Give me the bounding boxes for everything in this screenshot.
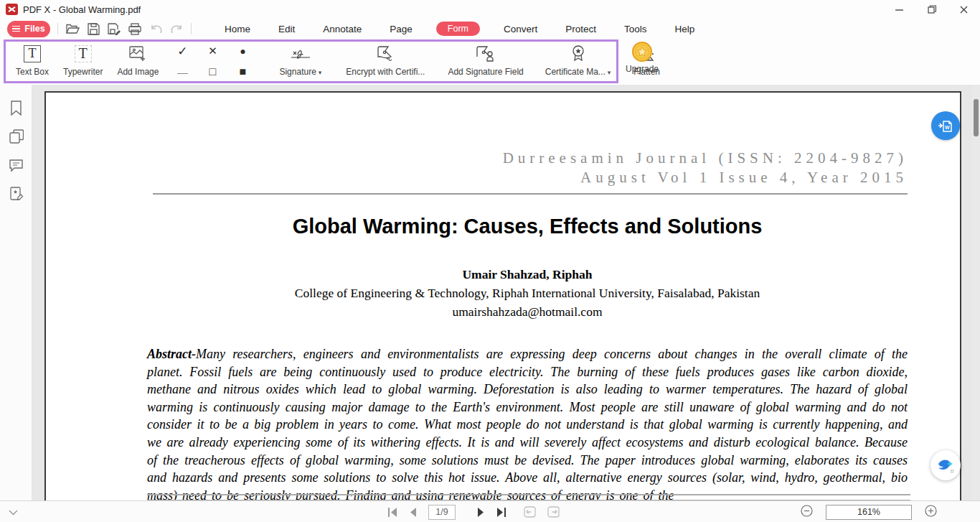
menu-tools[interactable]: Tools (620, 22, 651, 37)
form-tools-highlight-box: T Text Box T Typewriter Add Image ✓ ✕ ● … (4, 39, 618, 83)
menu-bar: Files Home Edit (0, 19, 980, 39)
save-button[interactable] (86, 22, 100, 36)
filled-square-stamp-button[interactable]: ■ (240, 65, 247, 78)
add-image-tool[interactable]: Add Image (110, 43, 166, 80)
empty-square-stamp-button[interactable]: □ (209, 65, 217, 78)
paper-title: Global Warming: Causes, Effects and Solu… (147, 215, 908, 238)
text-box-label: Text Box (16, 67, 49, 77)
divider (57, 23, 58, 34)
files-button[interactable]: Files (7, 21, 50, 37)
title-bar: PDF X - Global Warming.pdf (0, 0, 980, 19)
chevron-down-icon (9, 510, 18, 516)
encrypt-certificate-label: Encrypt with Certifi... (346, 67, 425, 77)
menu-help[interactable]: Help (671, 22, 699, 37)
convert-to-word-button[interactable]: W (931, 111, 960, 140)
pdf-x-app: PDF X - Global Warming.pdf Files (0, 0, 980, 522)
files-button-label: Files (24, 24, 45, 34)
abstract-text: Many researchers, engineers and environm… (147, 347, 908, 500)
zoom-out-button[interactable] (801, 505, 813, 520)
menu-convert[interactable]: Convert (499, 22, 542, 37)
previous-page-icon (409, 508, 417, 517)
print-icon (128, 23, 141, 35)
zoom-level-display[interactable]: 161% (826, 505, 912, 520)
text-box-icon: T (24, 45, 41, 62)
print-button[interactable] (128, 22, 142, 36)
chevron-down-icon: ▾ (608, 69, 611, 76)
last-page-button[interactable] (496, 508, 507, 517)
close-button[interactable] (948, 0, 980, 19)
minimize-icon (895, 6, 903, 14)
abstract-label: Abstract- (147, 347, 196, 361)
add-image-label: Add Image (117, 67, 159, 77)
check-stamp-button[interactable]: ✓ (177, 44, 187, 59)
comments-panel-button[interactable] (0, 151, 32, 180)
menu-home[interactable]: Home (220, 22, 255, 37)
next-page-button[interactable] (477, 508, 485, 517)
signature-label: Signature▾ (279, 67, 321, 77)
collapse-statusbar-button[interactable] (9, 505, 18, 518)
open-file-button[interactable] (65, 22, 80, 36)
add-signature-field-label: Add Signature Field (448, 67, 523, 77)
upgrade-label: Upgrade (626, 64, 659, 74)
clipped-rule (147, 494, 910, 495)
pdf-page: Durreesamin Journal (ISSN: 2204-9827) Au… (44, 91, 961, 500)
next-page-icon (477, 508, 485, 517)
journal-line1: Durreesamin Journal (ISSN: 2204-9827) (147, 149, 908, 168)
ai-assistant-button[interactable] (930, 450, 961, 480)
save-as-button[interactable] (107, 22, 121, 36)
text-box-tool[interactable]: T Text Box (9, 43, 56, 80)
encrypt-with-certificate-tool[interactable]: Encrypt with Certifi... (339, 43, 432, 80)
previous-page-button[interactable] (409, 508, 417, 517)
journal-header: Durreesamin Journal (ISSN: 2204-9827) Au… (147, 149, 908, 187)
pages-icon (9, 129, 24, 144)
first-page-icon (387, 508, 397, 517)
undo-icon (150, 24, 162, 34)
restore-icon (928, 5, 936, 14)
restore-button[interactable] (915, 0, 948, 19)
chevron-down-icon: ▾ (319, 69, 322, 76)
comment-icon (9, 159, 24, 172)
menu-protect[interactable]: Protect (561, 22, 600, 37)
typewriter-label: Typewriter (63, 67, 103, 77)
undo-button[interactable] (149, 22, 163, 36)
previous-view-button[interactable] (524, 506, 536, 518)
scrollbar-thumb[interactable] (974, 99, 979, 136)
page-number-input[interactable] (428, 505, 456, 520)
zoom-in-icon (925, 505, 937, 517)
minimize-button[interactable] (883, 0, 915, 19)
encrypt-certificate-icon (375, 45, 395, 62)
status-bar: 161% (0, 500, 980, 522)
document-viewport[interactable]: Durreesamin Journal (ISSN: 2204-9827) Au… (32, 85, 973, 500)
upgrade-button[interactable]: Upgrade (621, 41, 663, 83)
menu-form[interactable]: Form (436, 22, 480, 36)
menu-edit[interactable]: Edit (274, 22, 299, 37)
bookmarks-panel-button[interactable] (0, 93, 32, 122)
filled-circle-stamp-button[interactable]: ● (240, 45, 245, 57)
redo-button[interactable] (169, 22, 184, 36)
next-view-button[interactable] (547, 506, 560, 518)
redo-icon (171, 24, 183, 34)
vertical-scrollbar[interactable] (972, 85, 980, 500)
last-page-icon (496, 508, 507, 517)
add-signature-field-tool[interactable]: Add Signature Field (440, 43, 530, 80)
menu-annotate[interactable]: Annotate (319, 22, 366, 37)
paper-email: umairshahzada@hotmail.com (147, 304, 908, 320)
page-thumbnails-panel-button[interactable] (0, 122, 32, 151)
certificate-manager-label: Certificate Ma...▾ (545, 67, 611, 77)
cross-stamp-button[interactable]: ✕ (208, 45, 217, 57)
add-signature-field-icon (475, 45, 496, 62)
signature-tool[interactable]: Signature▾ (272, 43, 329, 80)
certificate-manager-tool[interactable]: Certificate Ma...▾ (538, 43, 618, 80)
typewriter-tool[interactable]: T Typewriter (56, 43, 110, 80)
dash-stamp-button[interactable]: — (177, 66, 188, 78)
save-as-icon (108, 23, 121, 35)
typewriter-icon: T (75, 45, 92, 62)
signature-icon (288, 46, 313, 62)
left-panel-sidebar (0, 85, 32, 500)
signatures-panel-button[interactable] (0, 180, 32, 208)
save-icon (88, 23, 100, 35)
first-page-button[interactable] (387, 508, 397, 517)
zoom-in-button[interactable] (925, 505, 937, 520)
hamburger-icon (12, 24, 20, 34)
menu-page[interactable]: Page (385, 22, 417, 37)
